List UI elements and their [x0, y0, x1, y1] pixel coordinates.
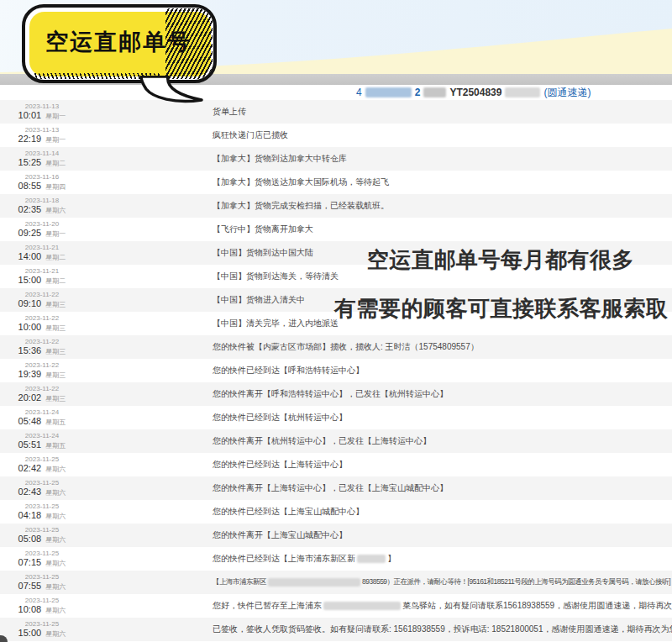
event-time-text: 10:00 星期三	[0, 322, 84, 333]
event-weekday-text: 星期六	[44, 583, 66, 591]
event-date-text: 2023-11-21	[0, 267, 84, 275]
event-weekday-text: 星期三	[44, 301, 66, 308]
tracking-event-row: 2023-11-18 02:35 星期六 【加拿大】货物完成安检扫描，已经装载航…	[0, 194, 672, 218]
event-date-cell: 2023-11-25 15:00 星期六	[0, 620, 84, 639]
event-weekday-text: 星期六	[44, 536, 66, 544]
event-date-cell: 2023-11-14 15:25 星期二	[0, 150, 84, 168]
carrier-name: (圆通速递)	[543, 86, 591, 100]
message-text: 您的快件已经到达【呼和浩特转运中心】	[213, 366, 364, 375]
event-date-cell: 2023-11-18 02:35 星期六	[0, 197, 84, 215]
event-weekday-text: 星期三	[44, 395, 66, 403]
event-date-text: 2023-11-13	[0, 126, 84, 134]
event-weekday-text: 星期二	[44, 277, 66, 285]
message-text: 您的快件离开【上海转运中心】，已发往【上海宝山城配中心】	[213, 483, 448, 492]
event-message: 您的快件离开【上海宝山城配中心】	[213, 529, 347, 541]
event-message: 您好，快件已暂存至上海浦东菜鸟驿站，如有疑问请联系15618938559，感谢使…	[213, 600, 672, 612]
event-date-text: 2023-11-21	[0, 244, 84, 251]
event-date-cell: 2023-11-16 08:55 星期四	[0, 173, 84, 192]
event-weekday-text: 星期三	[44, 324, 66, 332]
event-date-cell: 2023-11-22 15:36 星期三	[0, 338, 84, 356]
tracking-header[interactable]: 4 2 YT2504839 (圆通速递)	[0, 85, 672, 100]
event-time-text: 22:19 星期一	[0, 134, 84, 145]
event-date-text: 2023-11-25	[0, 503, 84, 510]
event-time-text: 02:42 星期六	[0, 463, 84, 474]
event-time-text: 10:08 星期六	[0, 604, 84, 615]
event-message: 已签收，签收人凭取货码签收。如有疑问请联系: 15618938559，投诉电话:…	[213, 624, 672, 635]
message-text: 您的快件被【内蒙古区市场部】揽收，揽收人: 王时洁（15754809557）	[213, 342, 479, 351]
event-date-text: 2023-11-16	[0, 173, 84, 181]
event-time-text: 04:18 星期六	[0, 510, 84, 521]
event-date-cell: 2023-11-25 10:08 星期六	[0, 597, 84, 615]
event-message: 【加拿大】货物完成安检扫描，已经装载航班。	[213, 200, 389, 212]
callout-bubble-outline: 空运直邮单号	[22, 4, 217, 83]
event-message: 【中国】货物进入清关中	[213, 294, 305, 306]
tracking-event-row: 2023-11-14 15:25 星期二 【加拿大】货物到达加拿大中转仓库	[0, 147, 672, 171]
tracking-event-row: 2023-11-25 02:42 星期六 您的快件已经到达【上海转运中心】	[0, 453, 672, 476]
tracking-number: YT2504839	[449, 87, 501, 98]
event-date-text: 2023-11-24	[0, 408, 84, 416]
event-date-cell: 2023-11-22 09:10 星期三	[0, 291, 84, 309]
event-message: 【中国】货物到达海关，等待清关	[213, 271, 339, 282]
message-text: 【飞行中】货物离开加拿大	[213, 224, 313, 234]
event-date-cell: 2023-11-22 20:02 星期三	[0, 385, 84, 403]
event-message: 您的快件已经到达【呼和浩特转运中心】	[213, 365, 364, 376]
event-date-text: 2023-11-22	[0, 338, 84, 345]
message-text: 8938559）正在派件，请耐心等待！[95161和185211号段的上海号码为…	[362, 577, 670, 586]
tracking-event-row: 2023-11-13 22:19 星期一 疯狂快递门店已揽收	[0, 124, 672, 147]
event-weekday-text: 星期三	[44, 371, 66, 379]
tracking-event-row: 2023-11-25 07:55 星期六 【上海市浦东新区8938559）正在派…	[0, 571, 672, 594]
tracking-event-row: 2023-11-25 10:08 星期六 您好，快件已暂存至上海浦东菜鸟驿站，如…	[0, 594, 672, 618]
message-text: 【中国】货物到达中国大陆	[213, 248, 313, 257]
tracking-event-row: 2023-11-20 09:25 星期一 【飞行中】货物离开加拿大	[0, 218, 672, 241]
event-date-text: 2023-11-25	[0, 526, 84, 534]
event-date-cell: 2023-11-22 19:39 星期三	[0, 361, 84, 380]
tracking-event-row: 2023-11-25 15:00 星期六 已签收，签收人凭取货码签收。如有疑问请…	[0, 618, 672, 641]
event-weekday-text: 星期六	[44, 466, 66, 473]
event-time-text: 14:00 星期二	[0, 251, 84, 262]
message-text: 您的快件离开【杭州转运中心】，已发往【上海转运中心】	[213, 436, 431, 445]
event-weekday-text: 星期六	[44, 513, 66, 520]
event-date-text: 2023-11-25	[0, 620, 84, 628]
tracking-event-row: 2023-11-24 05:48 星期五 您的快件已经到达【杭州转运中心】	[0, 406, 672, 429]
event-message: 您的快件离开【呼和浩特转运中心】，已发往【杭州转运中心】	[213, 388, 448, 400]
event-date-text: 2023-11-22	[0, 314, 84, 322]
event-message: 您的快件已经到达【上海市浦东新区新】	[213, 553, 396, 565]
message-text: 疯狂快递门店已揽收	[213, 130, 288, 139]
event-weekday-text: 星期二	[44, 254, 66, 261]
event-date-cell: 2023-11-21 15:00 星期二	[0, 267, 84, 286]
event-date-cell: 2023-11-21 14:00 星期二	[0, 244, 84, 262]
event-date-text: 2023-11-20	[0, 220, 84, 228]
event-date-text: 2023-11-25	[0, 550, 84, 557]
event-date-cell: 2023-11-25 07:55 星期六	[0, 573, 84, 592]
event-date-text: 2023-11-24	[0, 432, 84, 439]
redacted-number-tail	[505, 87, 540, 97]
event-date-cell: 2023-11-24 05:51 星期五	[0, 432, 84, 450]
event-date-text: 2023-11-22	[0, 291, 84, 298]
event-date-text: 2023-11-18	[0, 197, 84, 204]
event-message: 您的快件已经到达【上海宝山城配中心】	[213, 506, 364, 518]
message-text: 【加拿大】货物完成安检扫描，已经装载航班。	[213, 201, 389, 210]
tracking-event-row: 2023-11-16 08:55 星期四 【加拿大】货物送达加拿大国际机场，等待…	[0, 171, 672, 194]
event-time-text: 07:55 星期六	[0, 581, 84, 592]
event-time-text: 15:00 星期六	[0, 628, 84, 639]
event-date-cell: 2023-11-25 07:15 星期六	[0, 550, 84, 568]
event-date-text: 2023-11-13	[0, 103, 84, 110]
event-message: 您的快件被【内蒙古区市场部】揽收，揽收人: 王时洁（15754809557）	[213, 341, 479, 353]
event-date-text: 2023-11-25	[0, 479, 84, 487]
message-text: 菜鸟驿站，如有疑问请联系15618938559，感谢使用圆通速递，期待再次为您服…	[402, 601, 672, 610]
event-weekday-text: 星期四	[44, 183, 66, 191]
event-weekday-text: 星期一	[44, 230, 66, 238]
event-date-text: 2023-11-25	[0, 455, 84, 463]
message-text: 】	[387, 554, 396, 563]
event-date-cell: 2023-11-13 22:19 星期一	[0, 126, 84, 145]
event-date-cell: 2023-11-20 09:25 星期一	[0, 220, 84, 239]
message-text: 已签收，签收人凭取货码签收。如有疑问请联系: 15618938559，投诉电话:…	[213, 624, 672, 634]
message-text: 您的快件已经到达【杭州转运中心】	[213, 413, 347, 422]
event-weekday-text: 星期六	[44, 607, 66, 614]
tracking-event-row: 2023-11-25 02:43 星期六 您的快件离开【上海转运中心】，已发往【…	[0, 476, 672, 500]
tracking-mid-digit: 2	[415, 87, 421, 98]
event-date-text: 2023-11-14	[0, 150, 84, 157]
message-text: 您的快件已经到达【上海市浦东新区新	[213, 554, 355, 563]
message-text: 您好，快件已暂存至上海浦东	[213, 601, 322, 610]
redacted-label	[423, 87, 446, 97]
